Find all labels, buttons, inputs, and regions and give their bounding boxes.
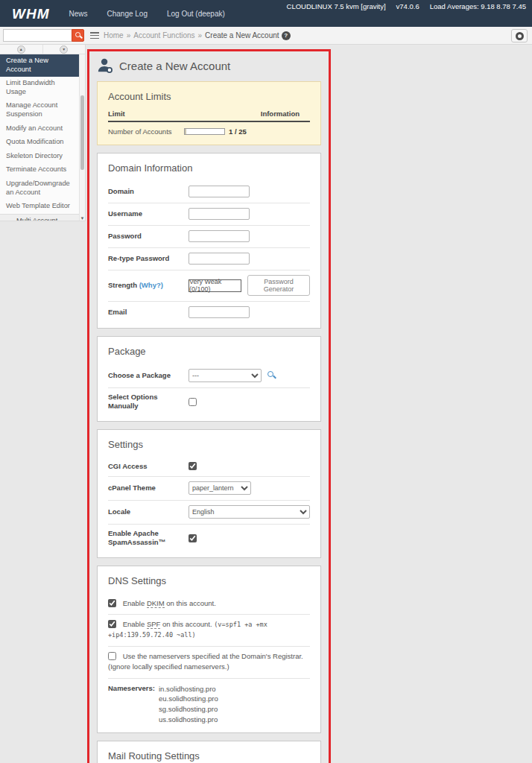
domain-label: Domain [108, 187, 189, 196]
information-column-header: Information [261, 110, 300, 118]
sidebar-scrollbar[interactable]: ▼ [79, 54, 85, 221]
accounts-usage-value: 1 / 25 [229, 127, 247, 136]
nav-log-out-deepak[interactable]: Log Out (deepak) [167, 10, 225, 18]
account-limits-panel: Account Limits Limit Information Number … [97, 81, 321, 145]
nav-news[interactable]: News [69, 10, 87, 18]
support-icon [516, 32, 524, 40]
arrow-up-icon: ▲ [17, 45, 25, 54]
nameservers-row: Nameservers: in.solidhosting.proeu.solid… [108, 679, 310, 728]
package-panel: Package Choose a Package --- Select Opti… [97, 336, 321, 422]
sidebar-item-limit-bandwidth-usage[interactable]: Limit Bandwidth Usage [0, 77, 79, 99]
top-nav: NewsChange LogLog Out (deepak) [69, 10, 224, 18]
choose-package-label: Choose a Package [108, 371, 189, 380]
breadcrumb-separator: » [198, 31, 203, 39]
locale-select[interactable]: English [189, 505, 310, 519]
retype-password-field[interactable] [189, 253, 250, 265]
arrow-down-icon: ▼ [60, 45, 68, 54]
strength-why-link[interactable]: (Why?) [139, 281, 163, 289]
page-title: Create a New Account [119, 60, 230, 72]
spamassassin-label: Enable Apache SpamAssassin™ [108, 529, 189, 548]
sidebar-item-quota-modification[interactable]: Quota Modification [0, 136, 79, 150]
cgi-access-checkbox[interactable] [189, 462, 197, 470]
settings-heading: Settings [108, 439, 310, 450]
breadcrumb-item: Create a New Account [205, 31, 279, 39]
strength-label: Strength (Why?) [108, 281, 189, 290]
sidebar-item-terminate-accounts[interactable]: Terminate Accounts [0, 163, 79, 177]
nameserver-value: sg.solidhosting.pro [159, 704, 218, 715]
nameserver-value: us.solidhosting.pro [159, 715, 218, 725]
whm-version-label: v74.0.6 [396, 2, 419, 10]
domain-information-panel: Domain Information Domain Username Passw… [97, 153, 321, 329]
search-input[interactable] [3, 29, 72, 42]
sidebar-item-manage-account-suspension[interactable]: Manage Account Suspension [0, 99, 79, 121]
sidebar-item-create-a-new-account[interactable]: Create a New Account [0, 54, 79, 77]
chevron-down-icon[interactable]: ∨ [68, 221, 79, 221]
account-limit-row: Number of Accounts 1 / 25 [108, 122, 310, 136]
sidebar-scroll-down[interactable]: ▼ [43, 45, 86, 54]
spf-term[interactable]: SPF [147, 620, 160, 629]
sidebar-item-web-template-editor[interactable]: Web Template Editor [0, 200, 79, 214]
cgi-access-label: CGI Access [108, 462, 189, 471]
sidebar-item-modify-an-account[interactable]: Modify an Account [0, 122, 79, 136]
spf-row: Enable SPF on this account. (v=spf1 +a +… [108, 615, 310, 647]
select-options-manually-checkbox[interactable] [189, 398, 197, 406]
load-averages-label: Load Averages: 9.18 8.78 7.45 [430, 2, 526, 10]
password-field[interactable] [189, 230, 250, 242]
email-field[interactable] [189, 306, 250, 318]
dkim-row: Enable DKIM on this account. [108, 594, 310, 615]
sidebar-scrollbar-thumb[interactable] [80, 95, 84, 170]
username-field[interactable] [189, 208, 250, 220]
nameservers-label: Nameservers: [108, 684, 159, 725]
breadcrumb-item[interactable]: Account Functions [133, 31, 194, 39]
top-header: CLOUDLINUX 7.5 kvm [gravity] v74.0.6 Loa… [0, 0, 532, 27]
limit-column-header: Limit [108, 110, 125, 118]
limit-row-label: Number of Accounts [108, 127, 184, 136]
cpanel-theme-label: cPanel Theme [108, 484, 189, 493]
sidebar-scroll-up[interactable]: ▲ [0, 45, 43, 54]
strength-meter: Very Weak (0/100) [189, 279, 241, 292]
breadcrumb-separator: » [127, 31, 131, 39]
help-icon[interactable]: ? [282, 31, 291, 40]
nav-change-log[interactable]: Change Log [107, 10, 148, 18]
domain-field[interactable] [189, 186, 250, 197]
support-button[interactable] [511, 29, 528, 42]
breadcrumb-item[interactable]: Home [104, 31, 124, 39]
registrar-nameservers-row: Use the nameservers specified at the Dom… [108, 647, 310, 679]
mail-routing-heading: Mail Routing Settings [108, 750, 310, 762]
enable-dkim-checkbox[interactable] [108, 599, 116, 607]
use-registrar-nameservers-checkbox[interactable] [108, 652, 116, 660]
whm-logo[interactable]: WHM [12, 7, 49, 21]
sidebar-group-label: Multi Account Functions [16, 217, 68, 221]
domain-information-heading: Domain Information [108, 162, 310, 174]
spamassassin-checkbox[interactable] [189, 534, 197, 542]
mail-routing-panel: Mail Routing Settings Automatically Dete… [97, 741, 321, 763]
arrow-down-icon[interactable]: ▼ [80, 216, 85, 221]
server-os-label: CLOUDLINUX 7.5 kvm [gravity] [287, 2, 386, 10]
add-user-icon [97, 57, 113, 74]
locale-label: Locale [108, 507, 189, 516]
search-icon[interactable] [267, 371, 276, 380]
breadcrumb: Home»Account Functions»Create a New Acco… [104, 31, 279, 39]
dns-settings-panel: DNS Settings Enable DKIM on this account… [97, 566, 321, 733]
package-heading: Package [108, 346, 310, 357]
breadcrumb-bar: Home»Account Functions»Create a New Acco… [0, 27, 532, 45]
main-content: Create a New Account Account Limits Limi… [86, 45, 532, 763]
username-label: Username [108, 209, 189, 218]
cpanel-theme-select[interactable]: paper_lantern [189, 481, 251, 495]
sidebar-toggle-icon[interactable] [90, 32, 99, 39]
retype-password-label: Re-type Password [108, 254, 189, 263]
dkim-term[interactable]: DKIM [147, 599, 165, 608]
enable-spf-checkbox[interactable] [108, 620, 116, 628]
search-button[interactable] [72, 29, 84, 42]
select-options-manually-label: Select Options Manually [108, 393, 189, 411]
email-label: Email [108, 308, 189, 317]
nameserver-value: in.solidhosting.pro [159, 684, 218, 694]
sidebar-group-multi-account-functions[interactable]: Multi Account Functions∨ [0, 214, 79, 221]
sidebar-item-upgrade-downgrade-an-account[interactable]: Upgrade/Downgrade an Account [0, 177, 79, 200]
password-generator-button[interactable]: Password Generator [247, 275, 310, 296]
nameserver-value: eu.solidhosting.pro [159, 694, 218, 704]
package-select[interactable]: --- [189, 369, 262, 382]
sidebar: ▲ ▼ Create a New AccountLimit Bandwidth … [0, 45, 86, 221]
dns-settings-heading: DNS Settings [108, 575, 310, 586]
sidebar-item-skeleton-directory[interactable]: Skeleton Directory [0, 150, 79, 164]
